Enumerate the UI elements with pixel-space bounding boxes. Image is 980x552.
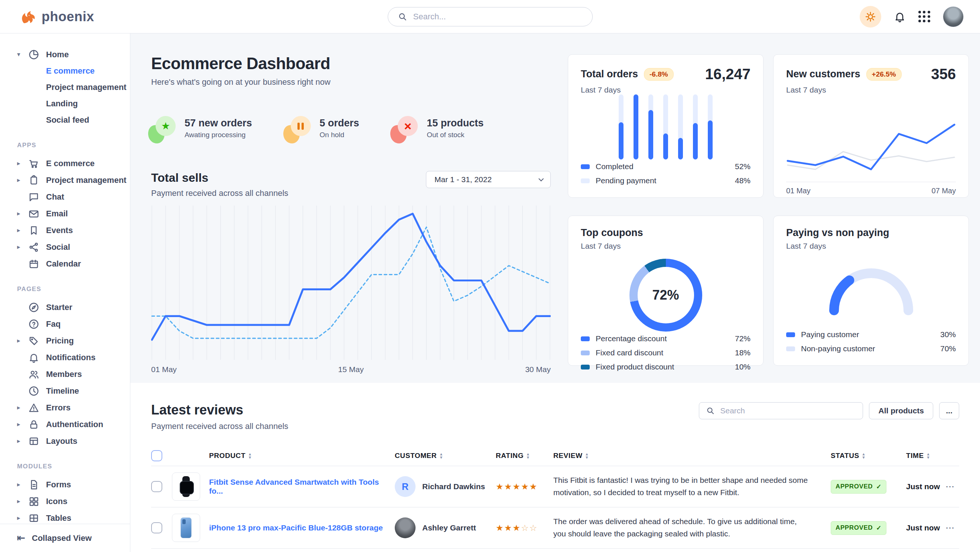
legend-value: 70% [940, 344, 956, 353]
pause-icon [286, 116, 311, 140]
legend-row-pending-payment: Pending payment48% [581, 174, 751, 188]
legend-label: Percentage discount [596, 334, 667, 343]
product-thumbnail[interactable] [172, 514, 200, 542]
select-all-checkbox[interactable] [151, 450, 162, 461]
section-label-pages: PAGES [17, 286, 130, 293]
sidebar-item-project-management[interactable]: ▸Project management [0, 172, 130, 188]
sidebar-item-errors[interactable]: ▸Errors [0, 399, 130, 416]
theme-toggle-button[interactable] [860, 6, 881, 27]
sidebar-item-e-commerce[interactable]: ▸E commerce [0, 155, 130, 172]
column-header-time[interactable]: TIME▴▾ [906, 451, 941, 460]
sidebar-item-label: Social [46, 242, 70, 252]
sidebar-subitem-e-commerce[interactable]: E commerce [0, 63, 130, 79]
sidebar-subitem-social-feed[interactable]: Social feed [0, 112, 130, 128]
sort-icon[interactable]: ▴▾ [249, 452, 251, 459]
stat-caption: Awating processing [185, 131, 252, 139]
sidebar-subitem-landing[interactable]: Landing [0, 96, 130, 112]
reviews-search[interactable] [699, 402, 863, 419]
legend-label: Fixed product discount [596, 362, 674, 371]
sidebar-item-members[interactable]: Members [0, 366, 130, 383]
product-link[interactable]: Fitbit Sense Advanced Smartwatch with To… [209, 478, 395, 496]
sort-icon[interactable]: ▴▾ [527, 452, 529, 459]
column-header-customer[interactable]: CUSTOMER▴▾ [395, 451, 496, 460]
row-checkbox[interactable] [151, 481, 162, 492]
sidebar-item-label: Faq [46, 319, 60, 329]
chevron-right-icon: ▸ [17, 481, 28, 488]
column-header-status[interactable]: STATUS▴▾ [831, 451, 906, 460]
reviews-search-input[interactable] [720, 406, 856, 415]
column-header-product[interactable]: PRODUCT▴▾ [209, 451, 395, 460]
notifications-bell-icon[interactable] [894, 11, 906, 23]
bookmark-icon [28, 225, 39, 236]
compass-icon [28, 302, 39, 313]
section-label-modules: MODULES [17, 463, 130, 470]
sidebar-item-social[interactable]: ▸Social [0, 239, 130, 255]
legend-value: 52% [735, 162, 751, 171]
sidebar-item-pricing[interactable]: ▸Pricing [0, 332, 130, 349]
order-bar [693, 94, 698, 160]
sidebar-item-calendar[interactable]: Calendar [0, 255, 130, 272]
status-badge: APPROVED✓ [831, 521, 886, 535]
brand[interactable]: phoenix [19, 8, 94, 25]
stat-value: 15 products [427, 118, 484, 129]
chevron-right-icon: ▸ [17, 160, 28, 167]
period-label: Last 7 days [581, 86, 751, 94]
user-avatar[interactable] [943, 6, 964, 27]
collapsed-view-toggle[interactable]: ⇤ Collapsed View [0, 524, 130, 552]
sidebar-item-email[interactable]: ▸Email [0, 205, 130, 222]
sidebar-item-tables[interactable]: ▸Tables [0, 510, 130, 524]
sort-icon[interactable]: ▴▾ [440, 452, 442, 459]
sidebar-item-label: Home [46, 50, 69, 59]
sidebar-item-label: Errors [46, 403, 70, 413]
chevron-right-icon: ▸ [17, 176, 28, 184]
sidebar-item-starter[interactable]: Starter [0, 299, 130, 316]
sort-icon[interactable]: ▴▾ [586, 452, 588, 459]
sidebar-item-events[interactable]: ▸Events [0, 222, 130, 239]
bell-icon [28, 352, 39, 363]
row-menu-button[interactable]: ⋯ [941, 523, 959, 533]
paying-card: Paying vs non paying Last 7 days Paying … [773, 215, 969, 366]
row-checkbox[interactable] [151, 522, 162, 533]
sidebar-item-authentication[interactable]: ▸Authentication [0, 416, 130, 433]
sidebar-item-home[interactable]: ▾Home [0, 46, 130, 63]
sidebar-item-timeline[interactable]: Timeline [0, 383, 130, 399]
product-thumbnail[interactable] [172, 472, 200, 501]
search-icon [398, 12, 407, 22]
sidebar-item-forms[interactable]: ▸Forms [0, 476, 130, 493]
sidebar-item-label: Layouts [46, 436, 77, 446]
sidebar-nav: ▾HomeE commerceProject managementLanding… [0, 46, 130, 524]
order-bar [708, 94, 713, 160]
sidebar-item-faq[interactable]: Faq [0, 316, 130, 332]
table-row: Fitbit Sense Advanced Smartwatch with To… [151, 466, 959, 507]
period-label: Last 7 days [581, 242, 751, 250]
apps-grid-icon[interactable] [918, 11, 930, 23]
column-header-rating[interactable]: RATING▴▾ [496, 451, 553, 460]
sidebar-item-layouts[interactable]: ▸Layouts [0, 433, 130, 450]
sidebar-subitem-project-management[interactable]: Project management [0, 79, 130, 96]
sort-icon[interactable]: ▴▾ [863, 452, 865, 459]
chevron-right-icon: ▸ [17, 243, 28, 251]
sidebar-item-label: Forms [46, 480, 71, 490]
date-range-select[interactable]: Mar 1 - 31, 2022 [426, 171, 551, 188]
table-row: iPhone 13 pro max-Pacific Blue-128GB sto… [151, 507, 959, 549]
global-search[interactable] [388, 7, 593, 26]
legend-label: Paying customer [801, 330, 859, 339]
legend-label: Fixed card discount [596, 348, 663, 357]
legend-chip [581, 337, 590, 341]
row-menu-button[interactable]: ⋯ [941, 481, 959, 492]
sidebar-item-chat[interactable]: Chat [0, 188, 130, 205]
global-search-input[interactable] [413, 12, 583, 22]
avatar-initial: R [395, 476, 415, 497]
sidebar-item-notifications[interactable]: Notifications [0, 349, 130, 366]
all-products-button[interactable]: All products [869, 402, 933, 419]
sidebar-item-label: Pricing [46, 336, 74, 346]
sidebar-item-label: Starter [46, 303, 72, 312]
product-link[interactable]: iPhone 13 pro max-Pacific Blue-128GB sto… [209, 523, 395, 532]
stat-caption: Out of stock [427, 131, 484, 139]
column-header-review[interactable]: REVIEW▴▾ [553, 451, 831, 460]
order-bar [663, 94, 668, 160]
sidebar-item-icons[interactable]: ▸Icons [0, 493, 130, 510]
reviews-menu-button[interactable]: ... [939, 402, 959, 419]
chevron-right-icon: ▸ [17, 404, 28, 412]
sort-icon[interactable]: ▴▾ [927, 452, 929, 459]
